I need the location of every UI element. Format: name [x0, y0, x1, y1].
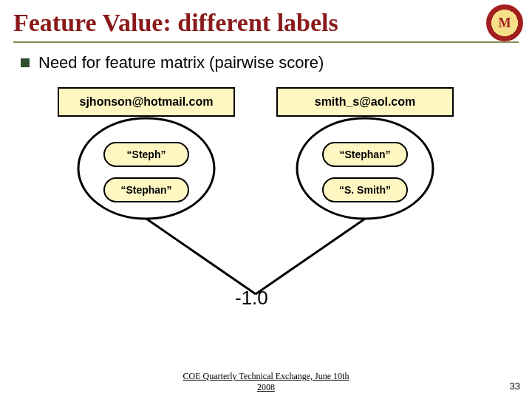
diagram-lines	[0, 87, 532, 359]
bullet-row: Need for feature matrix (pairwise score)	[0, 43, 532, 72]
logo-letter: M	[499, 16, 511, 31]
right-label-2: “S. Smith”	[322, 177, 408, 202]
footer: COE Quarterly Technical Exchange, June 1…	[0, 371, 532, 393]
footer-line-2: 2008	[257, 382, 275, 392]
svg-point-0	[78, 118, 214, 219]
pairwise-score: -1.0	[235, 287, 268, 310]
svg-line-2	[146, 219, 256, 294]
right-label-2-text: “S. Smith”	[339, 184, 391, 196]
diagram-stage: sjhonson@hotmail.com smith_s@aol.com “St…	[0, 87, 532, 359]
bullet-square-icon	[21, 58, 30, 67]
left-label-2-text: “Stephan”	[120, 184, 171, 196]
svg-line-3	[256, 219, 365, 294]
svg-point-1	[297, 118, 433, 219]
right-label-1: “Stephan”	[322, 142, 408, 167]
right-header-box: smith_s@aol.com	[276, 87, 454, 117]
right-label-1-text: “Stephan”	[339, 149, 390, 160]
umd-logo: M	[486, 4, 523, 41]
right-header-text: smith_s@aol.com	[315, 95, 416, 109]
page-number: 33	[510, 381, 520, 392]
left-header-text: sjhonson@hotmail.com	[80, 95, 214, 109]
left-label-1: “Steph”	[103, 142, 189, 167]
bullet-text: Need for feature matrix (pairwise score)	[38, 53, 324, 72]
slide-title: Feature Value: different labels	[0, 0, 532, 40]
left-header-box: sjhonson@hotmail.com	[58, 87, 235, 117]
left-label-1-text: “Steph”	[127, 149, 166, 160]
footer-line-1: COE Quarterly Technical Exchange, June 1…	[183, 371, 349, 381]
left-label-2: “Stephan”	[103, 177, 189, 202]
